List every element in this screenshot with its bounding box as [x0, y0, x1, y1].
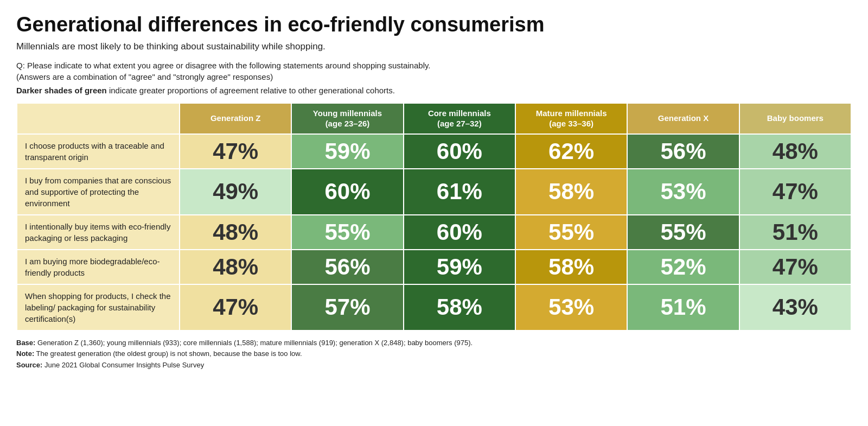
data-cell-0-5: 48% — [739, 134, 851, 169]
data-cell-3-1: 56% — [291, 250, 403, 284]
data-cell-0-1: 59% — [291, 134, 403, 169]
data-cell-0-0: 47% — [180, 134, 291, 169]
row-label-4: When shopping for products, I check the … — [17, 284, 180, 330]
data-cell-3-5: 47% — [739, 250, 851, 284]
row-label-1: I buy from companies that are conscious … — [17, 169, 180, 215]
data-cell-1-2: 61% — [404, 169, 515, 215]
col-header-genx: Generation X — [627, 103, 739, 134]
data-cell-1-4: 53% — [627, 169, 739, 215]
row-label-2: I intentionally buy items with eco-frien… — [17, 215, 180, 250]
col-header-youngmill: Young millennials(age 23–26) — [291, 103, 403, 134]
data-cell-4-2: 58% — [404, 284, 515, 330]
table-row: I intentionally buy items with eco-frien… — [17, 215, 851, 250]
row-label-3: I am buying more biodegradable/eco-frien… — [17, 250, 180, 284]
data-cell-4-3: 53% — [515, 284, 627, 330]
data-cell-2-0: 48% — [180, 215, 291, 250]
data-cell-3-2: 59% — [404, 250, 515, 284]
data-cell-1-0: 49% — [180, 169, 291, 215]
table-row: When shopping for products, I check the … — [17, 284, 851, 330]
data-cell-4-1: 57% — [291, 284, 403, 330]
page-title: Generational differences in eco-friendly… — [16, 13, 852, 37]
table-corner — [17, 103, 180, 134]
data-cell-2-5: 51% — [739, 215, 851, 250]
footnotes: Base: Generation Z (1,360); young millen… — [16, 338, 852, 371]
data-cell-4-5: 43% — [739, 284, 851, 330]
data-cell-2-3: 55% — [515, 215, 627, 250]
question-text: Q: Please indicate to what extent you ag… — [16, 60, 852, 82]
legend-text: Darker shades of green indicate greater … — [16, 86, 852, 95]
data-cell-2-4: 55% — [627, 215, 739, 250]
col-header-babyboom: Baby boomers — [739, 103, 851, 134]
data-cell-0-4: 56% — [627, 134, 739, 169]
col-header-coremill: Core millennials(age 27–32) — [404, 103, 515, 134]
table-row: I buy from companies that are conscious … — [17, 169, 851, 215]
data-cell-3-3: 58% — [515, 250, 627, 284]
data-cell-2-2: 60% — [404, 215, 515, 250]
row-label-0: I choose products with a traceable and t… — [17, 134, 180, 169]
col-header-genz: Generation Z — [180, 103, 291, 134]
table-row: I am buying more biodegradable/eco-frien… — [17, 250, 851, 284]
data-cell-1-5: 47% — [739, 169, 851, 215]
data-cell-1-3: 58% — [515, 169, 627, 215]
data-cell-4-4: 51% — [627, 284, 739, 330]
data-cell-1-1: 60% — [291, 169, 403, 215]
data-cell-2-1: 55% — [291, 215, 403, 250]
data-table: Generation ZYoung millennials(age 23–26)… — [16, 103, 852, 331]
data-cell-3-0: 48% — [180, 250, 291, 284]
table-row: I choose products with a traceable and t… — [17, 134, 851, 169]
data-cell-0-3: 62% — [515, 134, 627, 169]
data-cell-3-4: 52% — [627, 250, 739, 284]
data-cell-4-0: 47% — [180, 284, 291, 330]
col-header-maturemill: Mature millennials(age 33–36) — [515, 103, 627, 134]
data-cell-0-2: 60% — [404, 134, 515, 169]
subtitle: Millennials are most likely to be thinki… — [16, 41, 852, 52]
